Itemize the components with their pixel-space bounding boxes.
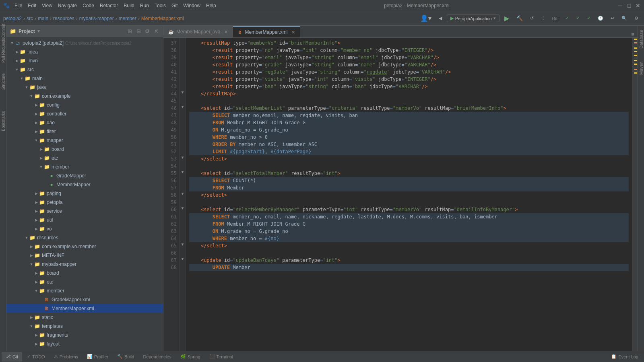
git-check2[interactable]: ✓ bbox=[574, 14, 582, 23]
tree-fragments[interactable]: ▶ 📁 fragments bbox=[6, 331, 163, 339]
menu-window[interactable]: Window bbox=[183, 3, 200, 8]
tree-mapper[interactable]: ▼ 📁 mapper bbox=[6, 136, 163, 145]
fold-arrow-37[interactable]: ▼ bbox=[181, 90, 185, 95]
history-button[interactable]: 🕐 bbox=[595, 14, 606, 23]
database-panel-label[interactable]: Database bbox=[638, 27, 644, 51]
maven-panel-label[interactable]: Maven bbox=[638, 59, 644, 77]
breadcrumb-file[interactable]: MemberMapper.xml bbox=[141, 16, 184, 21]
bottom-tab-build[interactable]: 🔨 Build bbox=[113, 352, 138, 362]
menu-view[interactable]: View bbox=[42, 3, 52, 8]
undo-button[interactable]: ↩ bbox=[608, 14, 617, 23]
window-controls[interactable]: ─ □ ✕ bbox=[617, 3, 641, 8]
tree-main[interactable]: ▼ 📁 main bbox=[6, 74, 163, 83]
breadcrumb-member[interactable]: member bbox=[119, 16, 136, 21]
event-log-button[interactable]: 📋 Event Log bbox=[607, 352, 642, 362]
build-button[interactable]: 🔨 bbox=[514, 14, 525, 23]
xml-tab-close[interactable]: ✕ bbox=[291, 30, 295, 35]
fold-arrow-67[interactable]: ▼ bbox=[181, 257, 185, 261]
tree-grade-mapper-java[interactable]: ▶ ● GradeMapper bbox=[6, 171, 163, 180]
tree-config[interactable]: ▶ 📁 config bbox=[6, 101, 163, 109]
tree-java[interactable]: ▼ 📁 java bbox=[6, 83, 163, 92]
settings-button[interactable]: ⚙ bbox=[632, 14, 641, 23]
java-tab-close[interactable]: ✕ bbox=[224, 29, 228, 35]
sidebar-pullrequests-icon[interactable]: Pull Requests bbox=[0, 47, 6, 53]
tree-meta-inf[interactable]: ▶ 📁 META-INF bbox=[6, 251, 163, 260]
bottom-tab-spring[interactable]: 🌿 Spring bbox=[176, 352, 204, 362]
back-button[interactable]: ◀ bbox=[436, 14, 444, 23]
tree-static[interactable]: ▶ 📁 static bbox=[6, 313, 163, 322]
tree-etc-java[interactable]: ▶ 📁 etc bbox=[6, 154, 163, 162]
tree-util[interactable]: ▶ 📁 util bbox=[6, 216, 163, 224]
fold-arrow-60[interactable]: ▼ bbox=[181, 206, 185, 210]
bottom-tab-problems[interactable]: ⚠ Problems bbox=[50, 352, 82, 362]
sidebar-commit-icon[interactable]: Commit bbox=[0, 28, 6, 34]
more-button[interactable]: ⋮ bbox=[539, 14, 548, 23]
git-check1[interactable]: ✓ bbox=[563, 14, 571, 23]
menu-help[interactable]: Help bbox=[206, 3, 216, 8]
tree-paging[interactable]: ▶ 📁 paging bbox=[6, 189, 163, 198]
bottom-tab-todo[interactable]: ✓ TODO bbox=[23, 352, 49, 362]
menu-navigate[interactable]: Navigate bbox=[58, 3, 77, 8]
expand-all-button[interactable]: ⊞ bbox=[126, 28, 133, 35]
bottom-tab-dependencies[interactable]: Dependencies bbox=[139, 352, 175, 362]
tree-dao[interactable]: ▶ 📁 dao bbox=[6, 118, 163, 127]
tree-com-example[interactable]: ▼ 📁 com.example bbox=[6, 92, 163, 101]
tree-grade-mapper-xml[interactable]: ▶ 🗎 GradeMapper.xml bbox=[6, 295, 163, 304]
bottom-tab-profiler[interactable]: 📊 Profiler bbox=[83, 352, 112, 362]
vcs-button[interactable]: 👤▾ bbox=[418, 14, 434, 23]
tree-service[interactable]: ▶ 📁 service bbox=[6, 207, 163, 216]
fold-arrow-58[interactable]: ▼ bbox=[181, 191, 185, 196]
tree-mybatis-mapper[interactable]: ▼ 📁 mybatis-mapper bbox=[6, 260, 163, 269]
breadcrumb-project[interactable]: petopia2 bbox=[3, 16, 22, 21]
sync-button[interactable]: ↺ bbox=[528, 14, 536, 23]
tab-member-mapper-xml[interactable]: 🗎 MemberMapper.xml ✕ bbox=[233, 26, 300, 37]
tree-vo[interactable]: ▶ 📁 vo bbox=[6, 224, 163, 233]
git-check3[interactable]: ✓ bbox=[584, 14, 593, 23]
fold-arrow-53[interactable]: ▼ bbox=[181, 155, 185, 160]
run-config-selector[interactable]: ▶ PetopiaApplication ▾ bbox=[447, 14, 500, 22]
maximize-button[interactable]: □ bbox=[626, 3, 632, 8]
breadcrumb-src[interactable]: src bbox=[27, 16, 33, 21]
code-editor[interactable]: <resultMap type="memberVo" id="briefMemb… bbox=[186, 38, 632, 351]
close-button[interactable]: ✕ bbox=[635, 3, 641, 8]
right-scroll-gutter[interactable] bbox=[632, 38, 638, 351]
sidebar-bookmarks-icon[interactable]: Bookmarks bbox=[0, 118, 6, 124]
sidebar-structure-icon[interactable]: Structure bbox=[0, 79, 6, 84]
tree-board-resources[interactable]: ▶ 📁 board bbox=[6, 269, 163, 278]
tab-member-mapper-java[interactable]: ☕ MemberMapper.java ✕ bbox=[163, 26, 233, 37]
menu-tools[interactable]: Tools bbox=[155, 3, 166, 8]
breadcrumb-mybatis[interactable]: mybatis-mapper bbox=[79, 16, 114, 21]
search-button[interactable]: 🔍 bbox=[619, 14, 630, 23]
fold-arrow-46[interactable]: ▼ bbox=[181, 105, 185, 109]
tree-board-java[interactable]: ▶ 📁 board bbox=[6, 145, 163, 154]
tree-templates[interactable]: ▼ 📁 templates bbox=[6, 322, 163, 331]
tabs-overflow-button[interactable]: ≡ bbox=[631, 31, 634, 37]
tree-com-example-vo-member[interactable]: ▶ 📁 com.example.vo.member bbox=[6, 242, 163, 251]
fold-arrow-65[interactable]: ▼ bbox=[181, 242, 185, 247]
minimize-button[interactable]: ─ bbox=[617, 3, 623, 8]
tree-member-resources[interactable]: ▼ 📁 member bbox=[6, 286, 163, 295]
tree-idea[interactable]: ▶ 📁 .idea bbox=[6, 47, 163, 56]
menu-code[interactable]: Code bbox=[83, 3, 94, 8]
menu-build[interactable]: Build bbox=[124, 3, 134, 8]
menu-git[interactable]: Git bbox=[171, 3, 178, 8]
bottom-tab-terminal[interactable]: ⬛ Terminal bbox=[205, 352, 237, 362]
settings-panel-button[interactable]: ⚙ bbox=[144, 28, 151, 35]
tree-layout[interactable]: ▶ 📁 layout bbox=[6, 339, 163, 348]
close-panel-button[interactable]: ✕ bbox=[153, 28, 160, 35]
tree-member-mapper-xml[interactable]: ▶ 🗎 MemberMapper.xml bbox=[6, 304, 163, 313]
menu-run[interactable]: Run bbox=[140, 3, 149, 8]
tree-member-java[interactable]: ▼ 📁 member bbox=[6, 162, 163, 171]
breadcrumb-main[interactable]: main bbox=[38, 16, 48, 21]
menu-refactor[interactable]: Refactor bbox=[100, 3, 118, 8]
menu-file[interactable]: File bbox=[14, 3, 22, 8]
tree-src[interactable]: ▼ 📁 src bbox=[6, 65, 163, 74]
menu-bar[interactable]: File Edit View Navigate Code Refactor Bu… bbox=[14, 3, 216, 8]
collapse-all-button[interactable]: ⊟ bbox=[135, 28, 142, 35]
tree-petopia[interactable]: ▶ 📁 petopia bbox=[6, 198, 163, 207]
tree-filter[interactable]: ▶ 📁 filter bbox=[6, 127, 163, 136]
bottom-tab-git[interactable]: ⎇ Git bbox=[2, 352, 22, 362]
tree-mvn[interactable]: ▶ 📁 .mvn bbox=[6, 56, 163, 65]
tree-resources[interactable]: ▼ 📁 resources bbox=[6, 233, 163, 242]
menu-edit[interactable]: Edit bbox=[28, 3, 36, 8]
